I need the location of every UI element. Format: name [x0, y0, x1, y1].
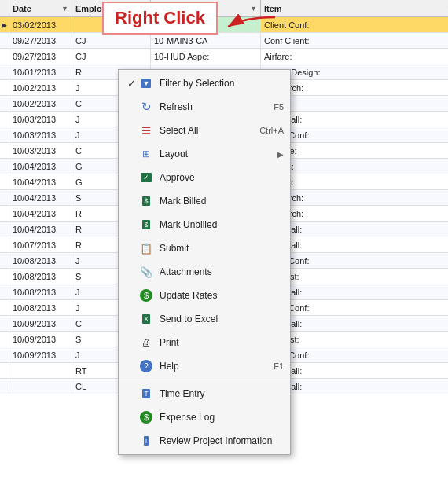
menu-label: Approve	[160, 172, 284, 183]
cell-date	[9, 363, 72, 378]
menu-label: Mark Billed	[160, 196, 284, 207]
menu-icon-time: T	[138, 385, 155, 402]
row-indicator	[0, 300, 9, 315]
menu-item-attachments[interactable]: 📎 Attachments	[119, 260, 290, 284]
row-indicator	[0, 64, 9, 79]
menu-item-refresh[interactable]: ↻ Refresh F5	[119, 95, 290, 119]
menu-item-select-all[interactable]: ☰ Select All Ctrl+A	[119, 119, 290, 142]
menu-check: ✓	[125, 78, 138, 90]
menu-item-update-rates[interactable]: $ Update Rates	[119, 284, 290, 307]
filter-icon-date[interactable]: ▼	[61, 5, 68, 13]
filter-icon-emp[interactable]: ▼	[140, 5, 147, 13]
cell-item: Airfare:	[261, 49, 448, 64]
row-indicator	[0, 127, 9, 142]
row-indicator	[0, 96, 9, 111]
menu-icon-mark-billed: $	[138, 192, 155, 210]
row-indicator	[0, 80, 9, 95]
table-row[interactable]: 09/27/2013 CJ 10-MAIN3-CA Conf Client:	[0, 33, 448, 49]
menu-label: Submit	[160, 243, 284, 254]
cell-date: 10/08/2013	[9, 300, 72, 315]
menu-label: Print	[160, 337, 284, 348]
header-proj[interactable]: Project ID ▼	[151, 0, 261, 16]
cell-proj: 10-MAIN3-CA	[151, 33, 261, 48]
cell-proj: 10-HUD Aspe:	[151, 49, 261, 64]
cell-date: 10/02/2013	[9, 80, 72, 95]
row-indicator	[0, 143, 9, 158]
cell-date: 10/04/2013	[9, 206, 72, 221]
cell-date	[9, 379, 72, 394]
filter-icon-proj[interactable]: ▼	[250, 5, 257, 13]
row-indicator	[0, 269, 9, 284]
menu-item-submit[interactable]: 📋 Submit	[119, 236, 290, 260]
cell-item: Conf Client:	[261, 33, 448, 48]
menu-item-expense-log[interactable]: $ Expense Log	[119, 405, 290, 429]
row-indicator	[0, 112, 9, 126]
cell-date: 10/04/2013	[9, 174, 72, 189]
menu-item-print[interactable]: 🖨 Print	[119, 331, 290, 354]
menu-item-approve[interactable]: ✓ Approve	[119, 166, 290, 189]
menu-label: Select All	[160, 125, 253, 136]
menu-label: Time Entry	[160, 388, 284, 399]
row-indicator	[0, 363, 9, 378]
cell-date: 10/04/2013	[9, 222, 72, 236]
menu-icon-approve: ✓	[138, 169, 155, 186]
cell-date: 10/04/2013	[9, 190, 72, 205]
menu-shortcut: F1	[274, 361, 284, 371]
row-indicator	[0, 222, 9, 236]
menu-item-help[interactable]: ? Help F1	[119, 354, 290, 378]
menu-icon-submit: 📋	[138, 240, 155, 257]
menu-item-layout[interactable]: ⊞ Layout ▶	[119, 142, 290, 166]
menu-item-mark-unbilled[interactable]: $ Mark Unbilled	[119, 213, 290, 236]
menu-label: Update Rates	[160, 290, 284, 301]
header-date[interactable]: Date ▼	[9, 0, 72, 16]
menu-item-mark-billed[interactable]: $ Mark Billed	[119, 189, 290, 213]
grid-header: Date ▼ Employee ID ▼ Project ID ▼ Item ▼	[0, 0, 448, 17]
table-row[interactable]: ▶ 03/02/2013 10-DWP: Client Conf:	[0, 17, 448, 33]
row-indicator	[0, 206, 9, 221]
cell-emp	[72, 17, 151, 32]
header-emp[interactable]: Employee ID ▼	[72, 0, 151, 16]
menu-shortcut: F5	[274, 102, 284, 112]
cell-date: 10/08/2013	[9, 284, 72, 299]
cell-date: 09/27/2013	[9, 49, 72, 64]
menu-shortcut: Ctrl+A	[259, 126, 284, 135]
row-indicator: ▶	[0, 17, 9, 32]
row-indicator	[0, 284, 9, 299]
menu-icon-rates: $	[138, 287, 155, 304]
table-row[interactable]: 09/27/2013 CJ 10-HUD Aspe: Airfare:	[0, 49, 448, 64]
menu-icon-excel: X	[138, 310, 155, 328]
row-indicator	[0, 253, 9, 268]
row-indicator	[0, 237, 9, 252]
menu-label: Review Project Information	[160, 435, 284, 446]
cell-date: 10/03/2013	[9, 143, 72, 158]
menu-item-review-project[interactable]: i Review Project Information	[119, 429, 290, 453]
cell-date: 10/02/2013	[9, 96, 72, 111]
header-item[interactable]: Item ▼	[261, 0, 448, 16]
menu-label: Expense Log	[160, 412, 284, 423]
cell-emp: CJ	[72, 33, 151, 48]
row-indicator-header	[0, 0, 9, 16]
menu-icon-expense: $	[138, 409, 155, 426]
menu-item-time-entry[interactable]: T Time Entry	[119, 382, 290, 405]
row-indicator	[0, 33, 9, 48]
menu-label: Help	[160, 361, 267, 372]
menu-label: Mark Unbilled	[160, 219, 284, 230]
menu-icon-select-all: ☰	[138, 122, 155, 139]
cell-proj: 10-DWP:	[151, 17, 261, 32]
row-indicator	[0, 190, 9, 205]
cell-date: 10/07/2013	[9, 237, 72, 252]
menu-icon-attach: 📎	[138, 263, 155, 280]
menu-item-filter-by-selection[interactable]: ✓ ▼ Filter by Selection	[119, 72, 290, 95]
cell-date: 09/27/2013	[9, 33, 72, 48]
menu-item-send-to-excel[interactable]: X Send to Excel	[119, 307, 290, 331]
row-indicator	[0, 379, 9, 394]
grid-container: Date ▼ Employee ID ▼ Project ID ▼ Item ▼…	[0, 0, 448, 495]
cell-item: Client Conf:	[261, 17, 448, 32]
menu-icon-help: ?	[138, 358, 155, 375]
row-indicator	[0, 332, 9, 346]
menu-icon-mark-unbilled: $	[138, 216, 155, 233]
cell-date: 03/02/2013	[9, 17, 72, 32]
menu-icon-refresh: ↻	[138, 98, 155, 116]
menu-label: Filter by Selection	[160, 78, 284, 89]
cell-date: 10/09/2013	[9, 332, 72, 346]
